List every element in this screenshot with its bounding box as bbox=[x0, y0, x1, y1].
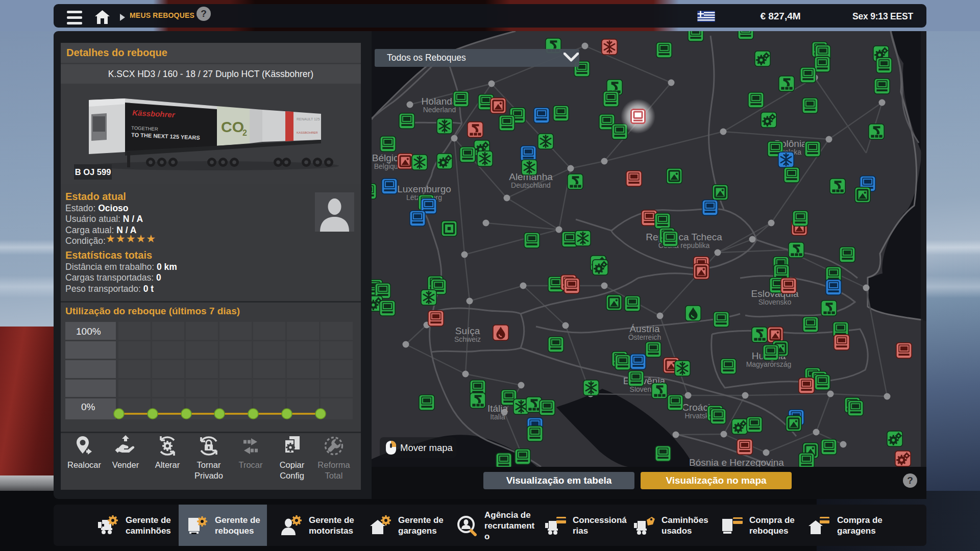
svg-text:Österreich: Österreich bbox=[628, 333, 662, 341]
svg-text:Slovensko: Slovensko bbox=[758, 298, 792, 306]
svg-text:Luxemburgo: Luxemburgo bbox=[397, 184, 451, 194]
svg-text:Magyarország: Magyarország bbox=[746, 360, 792, 368]
svg-text:Holanda: Holanda bbox=[422, 96, 458, 107]
svg-text:Italia: Italia bbox=[490, 413, 505, 421]
svg-text:Áustria: Áustria bbox=[629, 323, 660, 334]
svg-text:Suíça: Suíça bbox=[455, 325, 480, 336]
svg-text:Deutschland: Deutschland bbox=[511, 181, 551, 189]
svg-text:Nederland: Nederland bbox=[423, 106, 456, 114]
svg-text:República Tcheca: República Tcheca bbox=[646, 232, 722, 242]
svg-text:Bósnia e Herzegovina: Bósnia e Herzegovina bbox=[689, 457, 784, 467]
svg-text:Schweiz: Schweiz bbox=[454, 335, 481, 343]
